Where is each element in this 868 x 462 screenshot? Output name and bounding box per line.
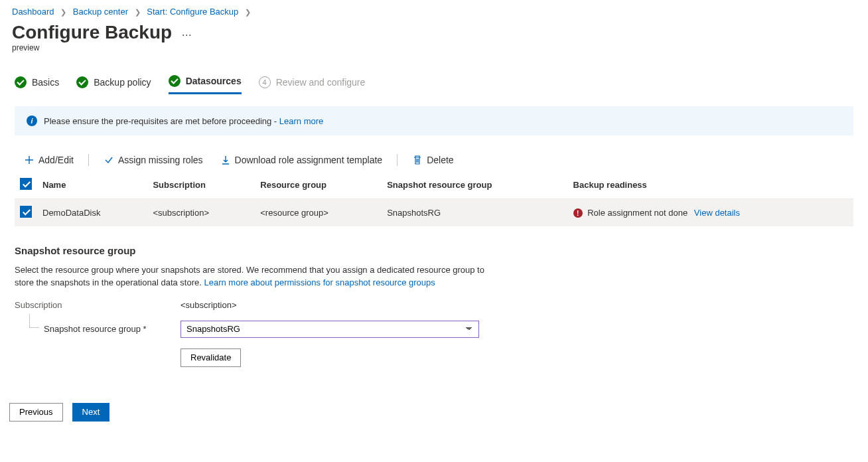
table-row[interactable]: DemoDataDisk <subscription> <resource gr… <box>15 199 853 227</box>
col-subscription[interactable]: Subscription <box>147 171 255 199</box>
breadcrumb: Dashboard ❯ Backup center ❯ Start: Confi… <box>0 0 868 19</box>
wizard-stepper: Basics Backup policy Datasources 4 Revie… <box>0 63 868 94</box>
cell-subscription: <subscription> <box>147 199 255 227</box>
assign-roles-button[interactable]: Assign missing roles <box>98 155 208 165</box>
permissions-learn-more-link[interactable]: Learn more about permissions for snapsho… <box>204 277 435 287</box>
add-edit-button[interactable]: Add/Edit <box>19 155 79 165</box>
row-checkbox[interactable] <box>20 206 32 218</box>
wizard-footer: Previous Next <box>0 394 868 431</box>
table-header-row: Name Subscription Resource group Snapsho… <box>15 171 853 199</box>
check-icon <box>169 75 181 87</box>
step-datasources[interactable]: Datasources <box>169 75 242 94</box>
breadcrumb-dashboard[interactable]: Dashboard <box>12 7 54 17</box>
toolbar-label: Add/Edit <box>38 155 74 165</box>
section-heading: Snapshot resource group <box>15 245 853 256</box>
delete-button[interactable]: Delete <box>407 155 459 165</box>
cell-readiness: ! Role assignment not done View details <box>568 199 853 227</box>
page-subtitle: preview <box>0 43 868 63</box>
chevron-right-icon: ❯ <box>241 8 255 16</box>
plus-icon <box>24 155 35 165</box>
subscription-label: Subscription <box>15 300 181 310</box>
cell-snapshot-rg: SnapshotsRG <box>382 199 567 227</box>
readiness-text: Role assignment not done <box>587 208 687 218</box>
col-resource-group[interactable]: Resource group <box>255 171 382 199</box>
step-label: Backup policy <box>94 77 151 88</box>
step-basics[interactable]: Basics <box>15 76 59 94</box>
cell-name: DemoDataDisk <box>37 199 147 227</box>
trash-icon <box>412 155 423 165</box>
toolbar-label: Delete <box>427 155 453 165</box>
datasource-toolbar: Add/Edit Assign missing roles Download r… <box>15 149 853 171</box>
snapshot-rg-label: Snapshot resource group * <box>44 324 181 334</box>
step-review: 4 Review and configure <box>259 76 366 94</box>
divider <box>88 154 89 166</box>
download-icon <box>220 155 231 165</box>
col-backup-readiness[interactable]: Backup readiness <box>568 171 853 199</box>
check-icon <box>104 155 114 165</box>
select-all-checkbox[interactable] <box>20 178 32 190</box>
chevron-right-icon: ❯ <box>56 8 70 16</box>
snapshot-rg-select[interactable]: SnapshotsRG <box>181 321 479 338</box>
step-label: Review and configure <box>276 77 366 88</box>
chevron-right-icon: ❯ <box>131 8 145 16</box>
step-backup-policy[interactable]: Backup policy <box>76 76 151 94</box>
banner-text: Please ensure the pre-requisites are met… <box>44 116 279 126</box>
learn-more-link[interactable]: Learn more <box>279 116 323 126</box>
view-details-link[interactable]: View details <box>694 208 740 218</box>
download-template-button[interactable]: Download role assignment template <box>215 155 388 165</box>
previous-button[interactable]: Previous <box>9 403 63 422</box>
step-label: Datasources <box>186 76 242 86</box>
breadcrumb-backup-center[interactable]: Backup center <box>73 7 128 17</box>
toolbar-label: Assign missing roles <box>118 155 203 165</box>
step-label: Basics <box>32 77 59 88</box>
check-icon <box>15 76 27 88</box>
toolbar-label: Download role assignment template <box>235 155 383 165</box>
breadcrumb-start-configure[interactable]: Start: Configure Backup <box>147 7 238 17</box>
cell-resource-group: <resource group> <box>255 199 382 227</box>
subscription-value: <subscription> <box>181 300 237 310</box>
col-snapshot-rg[interactable]: Snapshot resource group <box>382 171 567 199</box>
check-icon <box>76 76 88 88</box>
snapshot-section: Snapshot resource group Select the resou… <box>15 245 853 367</box>
revalidate-button[interactable]: Revalidate <box>181 348 241 367</box>
page-title: Configure Backup <box>12 22 172 43</box>
error-icon: ! <box>573 208 583 218</box>
next-button[interactable]: Next <box>72 403 110 422</box>
info-icon: i <box>27 116 37 126</box>
step-number-icon: 4 <box>259 76 271 88</box>
datasource-table: Name Subscription Resource group Snapsho… <box>15 171 853 226</box>
col-name[interactable]: Name <box>37 171 147 199</box>
prereq-banner: i Please ensure the pre-requisites are m… <box>15 106 853 135</box>
divider <box>397 154 398 166</box>
more-icon[interactable]: … <box>181 27 192 38</box>
